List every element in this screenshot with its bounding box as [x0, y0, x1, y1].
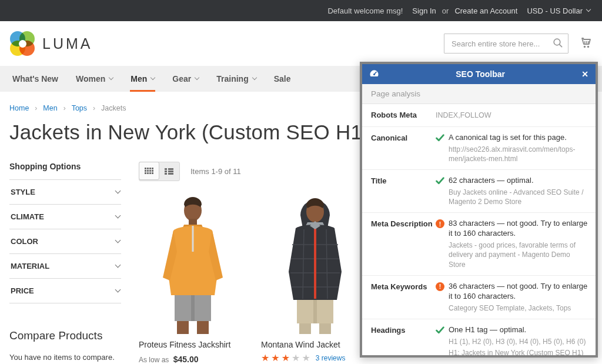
seo-toolbar-panel: SEO Toolbar ✕ Page analysis Robots Meta …: [360, 62, 598, 358]
filter-label: COLOR: [11, 237, 38, 246]
compare-products-title: Compare Products: [9, 329, 121, 342]
product-name[interactable]: Proteus Fitness Jackshirt: [139, 340, 247, 349]
seo-row-label: Meta Keywords: [371, 282, 436, 313]
check-icon: [436, 133, 444, 144]
seo-toolbar-header: SEO Toolbar ✕: [362, 64, 596, 84]
header: LUMA: [0, 21, 602, 66]
chevron-down-icon: [115, 238, 121, 243]
cart-icon[interactable]: [578, 35, 593, 52]
seo-row-label: Canonical: [371, 133, 436, 163]
search-box: [444, 34, 568, 54]
sidebar-filters: Shopping Options STYLE CLIMATE COLOR MAT…: [9, 162, 121, 364]
seo-row-status-text: One H1 tag — optimal.: [449, 325, 588, 335]
seo-row-headings: Headings One H1 tag — optimal. H1 (1), H…: [362, 319, 596, 358]
grid-view-button[interactable]: [139, 162, 159, 180]
filter-style[interactable]: STYLE: [9, 180, 121, 205]
breadcrumb-separator: ›: [93, 104, 95, 112]
seo-row-robots-meta: Robots Meta INDEX,FOLLOW: [362, 104, 596, 127]
product-card: Montana Wind Jacket 3 reviews: [261, 189, 369, 364]
nav-item-men[interactable]: Men: [122, 66, 163, 92]
filter-label: PRICE: [11, 286, 34, 295]
seo-row-label: Headings: [371, 325, 436, 358]
top-bar: Default welcome msg! Sign In or Create a…: [0, 0, 602, 21]
price-label: As low as: [139, 356, 169, 364]
seo-row-status-text: 62 characters — optimal.: [449, 176, 588, 186]
list-view-button[interactable]: [159, 162, 179, 181]
breadcrumb-men[interactable]: Men: [43, 104, 57, 112]
chevron-down-icon: [115, 213, 121, 219]
seo-row-canonical: Canonical A canonical tag is set for thi…: [362, 127, 596, 170]
star-icon: [282, 353, 290, 363]
check-icon: [436, 326, 444, 336]
compare-empty-text: You have no items to compare.: [9, 353, 121, 362]
filter-climate[interactable]: CLIMATE: [9, 205, 121, 229]
nav-item-whats-new[interactable]: What's New: [4, 66, 67, 92]
list-view-icon: [165, 168, 173, 175]
shopping-options-title: Shopping Options: [9, 162, 121, 180]
search-input[interactable]: [444, 34, 568, 54]
warning-icon: [436, 282, 444, 291]
product-image-proteus[interactable]: [139, 189, 247, 334]
breadcrumb-separator: ›: [63, 104, 66, 112]
nav-label: Gear: [172, 74, 191, 84]
chevron-down-icon: [252, 75, 256, 80]
nav-item-women[interactable]: Women: [67, 66, 122, 92]
nav-item-training[interactable]: Training: [208, 66, 265, 92]
star-icon: [292, 353, 300, 363]
seo-row-meta-description: Meta Description 83 characters — not goo…: [362, 213, 596, 275]
filter-material[interactable]: MATERIAL: [9, 254, 121, 279]
store-logo[interactable]: LUMA: [9, 31, 92, 56]
nav-item-gear[interactable]: Gear: [163, 66, 208, 92]
currency-label: USD - US Dollar: [527, 6, 583, 15]
sign-in-link[interactable]: Sign In: [412, 6, 436, 15]
product-image-montana[interactable]: [261, 189, 369, 334]
create-account-link[interactable]: Create an Account: [454, 6, 517, 15]
seo-row-detail: Jackets - good prices, favorable terms o…: [449, 241, 588, 269]
filter-color[interactable]: COLOR: [9, 229, 121, 254]
seo-row-status-text: A canonical tag is set for this page.: [449, 133, 588, 143]
star-icon: [271, 353, 279, 363]
currency-switcher[interactable]: USD - US Dollar: [527, 6, 590, 15]
welcome-message: Default welcome msg!: [327, 6, 403, 15]
luma-logo-icon: [9, 31, 35, 56]
warning-icon: [436, 219, 444, 228]
or-text: or: [442, 6, 449, 15]
filter-label: STYLE: [11, 188, 35, 196]
nav-label: What's New: [12, 74, 58, 84]
seo-row-status-text: 83 characters — not good. Try to enlarge…: [449, 219, 588, 239]
section-page-analysis[interactable]: Page analysis: [362, 84, 596, 104]
chevron-down-icon: [195, 75, 199, 80]
nav-label: Training: [216, 74, 248, 84]
nav-label: Sale: [274, 74, 291, 84]
product-name[interactable]: Montana Wind Jacket: [261, 340, 369, 349]
gauge-icon: [369, 69, 379, 80]
breadcrumb-tops[interactable]: Tops: [72, 104, 87, 112]
reviews-link[interactable]: 3 reviews: [316, 354, 346, 362]
chevron-down-icon: [115, 287, 121, 293]
seo-row-meta-keywords: Meta Keywords 36 characters — not good. …: [362, 276, 596, 319]
product-card: Proteus Fitness Jackshirt As low as $45.…: [139, 189, 247, 364]
star-icon: [302, 353, 310, 363]
chevron-down-icon: [586, 7, 591, 12]
items-count: Items 1-9 of 11: [190, 167, 241, 176]
seo-row-detail: H1 (1), H2 (0), H3 (0), H4 (0), H5 (0), …: [449, 337, 588, 346]
nav-label: Women: [76, 74, 105, 84]
nav-item-sale[interactable]: Sale: [265, 66, 300, 92]
seo-row-detail: http://seo226.alx.mirasvit.com/men/tops-…: [449, 145, 588, 163]
seo-row-detail: Category SEO Template, Jackets, Tops: [449, 303, 588, 313]
star-icon: [261, 353, 269, 363]
product-price: As low as $45.00: [139, 355, 247, 364]
logo-text: LUMA: [42, 35, 92, 52]
seo-row-label: Title: [371, 176, 436, 206]
breadcrumb-current: Jackets: [101, 104, 126, 112]
breadcrumb-home[interactable]: Home: [9, 104, 29, 112]
chevron-down-icon: [115, 188, 121, 194]
chevron-down-icon: [115, 262, 121, 268]
breadcrumb-separator: ›: [35, 104, 37, 112]
search-icon[interactable]: [553, 38, 563, 51]
close-icon[interactable]: ✕: [581, 70, 588, 78]
filter-price[interactable]: PRICE: [9, 279, 121, 303]
view-mode-group: [139, 162, 180, 181]
grid-view-icon: [145, 168, 153, 174]
filter-label: MATERIAL: [11, 262, 49, 271]
